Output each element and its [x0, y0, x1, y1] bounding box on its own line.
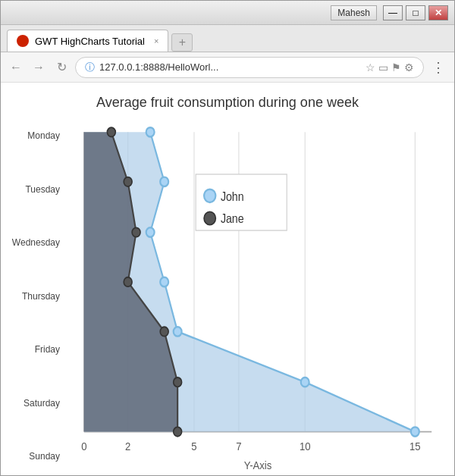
x-label-7: 7 [236, 440, 241, 453]
legend-john-icon [204, 189, 215, 202]
john-dot-monday [146, 127, 155, 136]
y-label-tuesday: Tuesday [7, 184, 60, 195]
maximize-button[interactable]: □ [406, 5, 425, 20]
jane-dot-friday [160, 327, 168, 336]
address-icons: ☆ ▭ ⚑ ⚙ [366, 61, 414, 74]
flag-icon[interactable]: ⚑ [391, 61, 401, 74]
x-label-10: 10 [300, 440, 311, 453]
browser-window: Mahesh — □ ✕ GWT HighCharts Tutorial × +… [0, 0, 455, 476]
y-axis-labels: Monday Tuesday Wednesday Thursday Friday… [7, 123, 67, 469]
jane-dot-thursday [124, 277, 132, 287]
john-dot-thursday [160, 277, 168, 287]
john-dot-tuesday [160, 177, 168, 186]
y-label-sunday: Sunday [7, 451, 60, 462]
window-controls: — □ ✕ [383, 5, 448, 20]
address-bar: ← → ↻ ⓘ 127.0.0.1:8888/HelloWorl... ☆ ▭ … [1, 52, 454, 83]
address-input[interactable]: ⓘ 127.0.0.1:8888/HelloWorl... ☆ ▭ ⚑ ⚙ [75, 57, 424, 78]
x-label-15: 15 [410, 440, 421, 453]
x-label-2: 2 [125, 440, 130, 453]
tab-favicon [17, 35, 29, 47]
bookmark-icon[interactable]: ☆ [366, 61, 375, 74]
jane-dot-tuesday [124, 177, 132, 186]
chart-svg: 0 2 5 7 10 15 Y-Axis John Jane [67, 123, 448, 469]
tab-title: GWT HighCharts Tutorial [35, 36, 145, 47]
john-dot-wednesday [146, 227, 155, 236]
john-dot-sunday [411, 427, 419, 436]
x-label-0: 0 [81, 440, 86, 453]
chart-area: Monday Tuesday Wednesday Thursday Friday… [7, 123, 448, 469]
legend-jane-label: Jane [221, 211, 244, 225]
active-tab[interactable]: GWT HighCharts Tutorial × [7, 30, 168, 52]
jane-dot-sunday [174, 427, 182, 436]
back-button[interactable]: ← [7, 58, 25, 77]
jane-dot-saturday [174, 377, 182, 387]
cast-icon[interactable]: ▭ [378, 61, 388, 74]
chart-container: Average fruit consumption during one wee… [1, 83, 454, 475]
john-dot-saturday [301, 377, 309, 387]
jane-dot-monday [107, 127, 115, 136]
user-label: Mahesh [331, 5, 377, 20]
y-axis-title: Y-Axis [244, 459, 272, 469]
john-dot-friday [174, 327, 182, 336]
chart-svg-container: 0 2 5 7 10 15 Y-Axis John Jane [67, 123, 448, 469]
tab-bar: GWT HighCharts Tutorial × + [1, 25, 454, 52]
y-label-friday: Friday [7, 344, 60, 355]
legend-jane-icon [204, 211, 215, 224]
y-label-saturday: Saturday [7, 398, 60, 409]
x-label-5: 5 [191, 440, 196, 453]
title-bar: Mahesh — □ ✕ [1, 1, 454, 25]
refresh-button[interactable]: ↻ [52, 58, 71, 77]
y-label-wednesday: Wednesday [7, 237, 60, 248]
tab-close-button[interactable]: × [154, 36, 158, 45]
chrome-menu-button[interactable]: ⋮ [428, 59, 448, 76]
url-text: 127.0.0.1:8888/HelloWorl... [99, 61, 361, 73]
legend-john-label: John [221, 189, 244, 203]
settings-icon[interactable]: ⚙ [404, 61, 414, 74]
forward-button[interactable]: → [30, 58, 48, 77]
y-label-monday: Monday [7, 130, 60, 141]
new-tab-button[interactable]: + [171, 33, 193, 52]
jane-dot-wednesday [132, 227, 140, 236]
close-button[interactable]: ✕ [428, 5, 448, 20]
minimize-button[interactable]: — [383, 5, 403, 20]
y-label-thursday: Thursday [7, 291, 60, 302]
chart-title: Average fruit consumption during one wee… [7, 95, 448, 111]
